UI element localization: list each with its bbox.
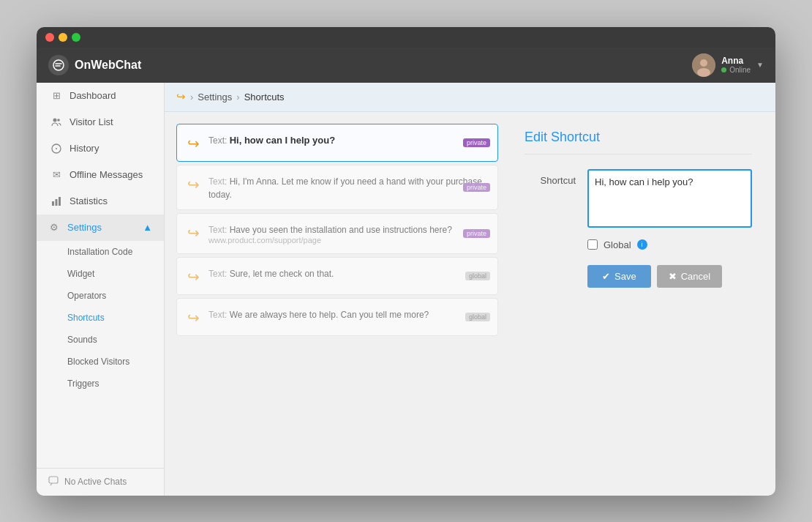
shortcut-content-1: Text: Hi, how can I help you? <box>208 133 487 146</box>
sidebar-item-visitor-list[interactable]: Visitor List <box>37 109 164 135</box>
minimize-button[interactable] <box>59 33 67 42</box>
logo-icon <box>48 55 69 75</box>
shortcut-text-value-1: Hi, how can I help you? <box>230 135 335 146</box>
sidebar-item-history[interactable]: History <box>37 135 164 162</box>
svg-rect-10 <box>59 197 61 206</box>
shortcut-field-label: Shortcut <box>525 169 576 186</box>
save-checkmark-icon: ✔ <box>602 271 610 282</box>
settings-chevron-icon: ▲ <box>143 222 152 233</box>
shortcut-arrow-icon-2: ↪ <box>187 176 200 193</box>
shortcut-arrow-icon-1: ↪ <box>187 135 200 152</box>
settings-label: Settings <box>67 222 102 233</box>
offline-messages-icon: ✉ <box>50 169 62 181</box>
history-icon <box>50 143 62 154</box>
breadcrumb-settings[interactable]: Settings <box>198 92 232 102</box>
chat-icon <box>48 476 59 488</box>
traffic-lights <box>45 33 80 42</box>
logo-text: OnWebChat <box>75 59 141 72</box>
sidebar-item-sounds[interactable]: Sounds <box>37 329 164 351</box>
sidebar-bottom: No Active Chats <box>37 468 164 496</box>
svg-point-7 <box>56 148 57 149</box>
shortcut-content-4: Text: Sure, let me check on that. <box>208 266 487 280</box>
close-button[interactable] <box>45 33 54 42</box>
shortcut-text-label-5: Text: <box>208 310 230 320</box>
shortcut-content-3: Text: Have you seen the installation and… <box>208 223 487 245</box>
header-right: Anna Online ▼ <box>692 53 764 77</box>
app-container: OnWebChat Anna Online ▼ <box>37 48 775 496</box>
settings-left: ⚙ Settings <box>48 222 102 234</box>
shortcut-item-2[interactable]: ↪ Text: Hi, I'm Anna. Let me know if you… <box>176 165 498 210</box>
global-label[interactable]: Global <box>604 239 631 250</box>
header: OnWebChat Anna Online ▼ <box>37 48 775 83</box>
user-info: Anna Online <box>721 56 751 74</box>
global-checkbox-row: Global i <box>587 239 752 250</box>
shortcut-item-5[interactable]: ↪ Text: We are always here to help. Can … <box>176 298 498 336</box>
save-button[interactable]: ✔ Save <box>587 265 651 288</box>
app-window: OnWebChat Anna Online ▼ <box>37 27 775 496</box>
breadcrumb-home-icon: ↪ <box>176 90 186 103</box>
shortcut-content-2: Text: Hi, I'm Anna. Let me know if you n… <box>208 174 487 201</box>
no-active-chats-label: No Active Chats <box>64 477 127 487</box>
shortcut-content-5: Text: We are always here to help. Can yo… <box>208 307 487 321</box>
global-info-icon[interactable]: i <box>637 239 647 250</box>
cancel-x-icon: ✖ <box>669 271 677 282</box>
sidebar-item-widget[interactable]: Widget <box>37 263 164 285</box>
shortcut-text-value-2: Hi, I'm Anna. Let me know if you need a … <box>208 176 482 200</box>
dashboard-icon: ⊞ <box>50 90 62 102</box>
svg-rect-9 <box>56 199 58 206</box>
svg-point-5 <box>57 119 60 122</box>
sidebar: ⊞ Dashboard Visitor List <box>37 83 165 496</box>
shortcut-badge-4: global <box>465 272 490 280</box>
shortcut-text-label-2: Text: <box>208 176 230 187</box>
shortcut-text-value-4: Sure, let me check on that. <box>230 269 334 279</box>
shortcut-text-label-3: Text: <box>208 225 230 235</box>
shortcut-arrow-icon-4: ↪ <box>187 268 200 286</box>
settings-submenu: Installation Code Widget Operators Short… <box>37 241 164 395</box>
shortcut-textarea[interactable] <box>587 169 752 228</box>
sidebar-item-blocked-visitors[interactable]: Blocked Visitors <box>37 351 164 373</box>
svg-rect-11 <box>49 477 58 483</box>
shortcut-text-label-4: Text: <box>208 269 230 279</box>
main-body: ⊞ Dashboard Visitor List <box>37 83 775 496</box>
shortcut-arrow-icon-3: ↪ <box>187 224 200 242</box>
shortcut-item-1[interactable]: ↪ Text: Hi, how can I help you? private <box>176 124 498 162</box>
sidebar-item-label: Statistics <box>69 195 108 206</box>
maximize-button[interactable] <box>72 33 80 42</box>
shortcut-url-3: www.product.com/support/page <box>208 236 487 245</box>
sidebar-item-shortcuts[interactable]: Shortcuts <box>37 307 164 329</box>
sidebar-item-installation-code[interactable]: Installation Code <box>37 241 164 263</box>
sidebar-item-offline-messages[interactable]: ✉ Offline Messages <box>37 162 164 188</box>
edit-panel: Edit Shortcut Shortcut Global i <box>513 124 764 484</box>
titlebar <box>37 27 775 48</box>
visitor-list-icon <box>50 116 62 128</box>
shortcut-text-label-1: Text: <box>208 135 230 146</box>
logo: OnWebChat <box>48 55 141 75</box>
user-dropdown-arrow[interactable]: ▼ <box>756 61 764 69</box>
sidebar-item-label: Dashboard <box>69 90 116 101</box>
statistics-icon <box>50 195 62 207</box>
shortcut-item-4[interactable]: ↪ Text: Sure, let me check on that. glob… <box>176 257 498 295</box>
shortcut-text-value-3: Have you seen the installation and use i… <box>230 225 452 235</box>
sidebar-item-triggers[interactable]: Triggers <box>37 373 164 395</box>
shortcut-text-value-5: We are always here to help. Can you tell… <box>230 310 429 320</box>
sidebar-item-label: History <box>69 143 99 154</box>
status-text: Online <box>729 66 751 74</box>
shortcut-item-3[interactable]: ↪ Text: Have you seen the installation a… <box>176 213 498 254</box>
shortcut-arrow-icon-5: ↪ <box>187 309 200 327</box>
sidebar-item-label: Visitor List <box>69 116 113 127</box>
breadcrumb-current: Shortcuts <box>244 92 285 102</box>
sidebar-item-dashboard[interactable]: ⊞ Dashboard <box>37 83 164 109</box>
shortcut-badge-2: private <box>463 183 490 192</box>
sidebar-item-settings[interactable]: ⚙ Settings ▲ <box>37 215 164 241</box>
breadcrumb: ↪ › Settings › Shortcuts <box>165 83 775 112</box>
shortcut-badge-5: global <box>465 313 490 321</box>
action-buttons: ✔ Save ✖ Cancel <box>587 265 752 288</box>
cancel-button[interactable]: ✖ Cancel <box>657 265 722 288</box>
content-area: ↪ › Settings › Shortcuts ↪ Text: Hi, how… <box>165 83 775 496</box>
sidebar-item-statistics[interactable]: Statistics <box>37 188 164 215</box>
edit-shortcut-title: Edit Shortcut <box>525 130 752 154</box>
global-checkbox[interactable] <box>587 239 598 250</box>
user-status: Online <box>721 66 751 74</box>
sidebar-item-operators[interactable]: Operators <box>37 285 164 307</box>
shortcuts-list: ↪ Text: Hi, how can I help you? private … <box>176 124 498 484</box>
